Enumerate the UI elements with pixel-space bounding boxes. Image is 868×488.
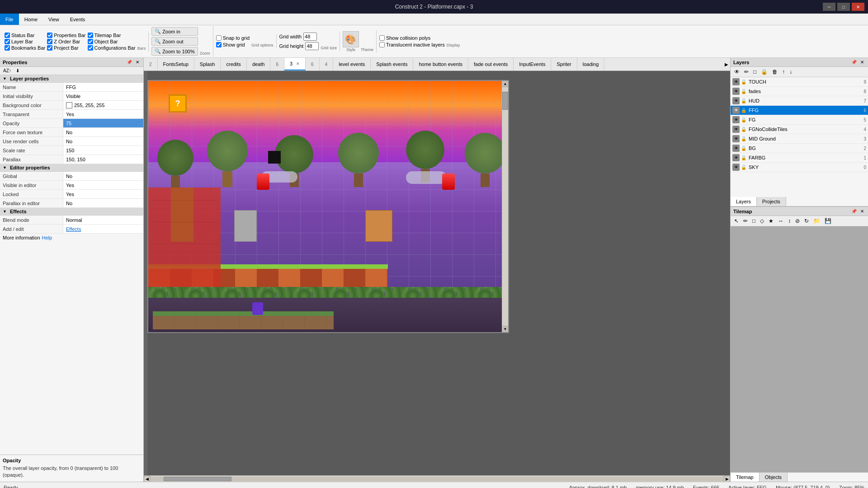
hscroll-right[interactable]: ▶ bbox=[724, 476, 730, 482]
layer-up-button[interactable]: ↑ bbox=[780, 68, 787, 76]
vscroll-down[interactable]: ▼ bbox=[502, 326, 508, 332]
tab-home-button-events[interactable]: home button events bbox=[413, 58, 468, 70]
prop-opacity-value[interactable]: 75 bbox=[63, 119, 143, 127]
tab-inputevents[interactable]: InputEvents bbox=[514, 58, 551, 70]
layer-item-bg[interactable]: 👁 🔓 BG 2 bbox=[731, 144, 868, 153]
layer-delete-button[interactable]: 🗑 bbox=[770, 68, 779, 76]
tab-splash-events[interactable]: Splash events bbox=[371, 58, 413, 70]
menu-file[interactable]: File bbox=[0, 14, 19, 25]
bookmarks-bar-check[interactable]: Bookmarks Bar bbox=[5, 45, 45, 51]
menu-events[interactable]: Events bbox=[65, 14, 91, 25]
tab-6b[interactable]: 6 bbox=[306, 58, 320, 70]
layer-down-button[interactable]: ↓ bbox=[788, 68, 794, 76]
properties-pin-button[interactable]: 📌 bbox=[125, 59, 133, 65]
tab-6a[interactable]: 6 bbox=[270, 58, 284, 70]
tab-fade-out-events[interactable]: fade out events bbox=[468, 58, 514, 70]
style-button[interactable]: 🎨 bbox=[343, 31, 359, 47]
layer-properties-section[interactable]: ▼ Layer properties bbox=[0, 75, 143, 83]
more-info-link[interactable]: Help bbox=[42, 235, 52, 240]
layer-item-fg[interactable]: 👁 🔓 FG 5 bbox=[731, 115, 868, 125]
layer-tabs: Layers Projects bbox=[731, 197, 868, 206]
canvas-viewport[interactable]: ? bbox=[144, 71, 730, 475]
tilemap-pencil-btn[interactable]: ✏ bbox=[741, 217, 750, 225]
tilemap-pin-button[interactable]: 📌 bbox=[850, 208, 858, 214]
vscroll-thumb[interactable] bbox=[502, 92, 508, 110]
tab-fontssetup[interactable]: FontsSetup bbox=[158, 58, 194, 70]
zoom-100-button[interactable]: 🔍 Zoom to 100% bbox=[151, 47, 198, 56]
properties-close-button[interactable]: ✕ bbox=[134, 59, 141, 65]
close-button[interactable]: ✕ bbox=[852, 3, 864, 11]
layer-tab-layers[interactable]: Layers bbox=[731, 197, 757, 206]
menu-view[interactable]: View bbox=[43, 14, 65, 25]
tab-credits[interactable]: credits bbox=[221, 58, 246, 70]
tilemap-save-btn[interactable]: 💾 bbox=[823, 217, 833, 225]
tilemap-folder-btn[interactable]: 📁 bbox=[811, 217, 822, 225]
layer-rect-button[interactable]: □ bbox=[751, 68, 758, 76]
tilemap-tab-tilemap[interactable]: Tilemap bbox=[731, 473, 760, 482]
properties-bar-check[interactable]: Properties Bar bbox=[47, 33, 85, 38]
tilemap-flip-h-btn[interactable]: ↕ bbox=[786, 217, 793, 225]
snap-to-grid-check[interactable]: Snap to grid bbox=[216, 35, 250, 41]
layers-pin-button[interactable]: 📌 bbox=[850, 59, 858, 65]
prop-add-edit-value[interactable]: Effects bbox=[63, 225, 143, 233]
minimize-button[interactable]: ─ bbox=[823, 3, 835, 11]
tab-death[interactable]: death bbox=[247, 58, 271, 70]
tilemap-star-btn[interactable]: ★ bbox=[767, 217, 775, 225]
zoom-out-button[interactable]: 🔍 Zoom out bbox=[151, 37, 198, 46]
layer-edit-button[interactable]: ✏ bbox=[742, 68, 750, 76]
layers-close-button[interactable]: ✕ bbox=[859, 59, 865, 65]
layer-item-touch[interactable]: 👁 🔓 TOUCH 9 bbox=[731, 77, 868, 87]
grid-width-input[interactable] bbox=[303, 33, 317, 41]
layer-item-fgnocollide[interactable]: 👁 🔓 FGNoCollideTiles 4 bbox=[731, 125, 868, 134]
tilemap-select-btn[interactable]: ↖ bbox=[732, 217, 741, 225]
editor-properties-section[interactable]: ▼ Editor properties bbox=[0, 164, 143, 172]
tab-spriter[interactable]: Spriter bbox=[551, 58, 577, 70]
tilemap-lasso-btn[interactable]: ◇ bbox=[758, 217, 766, 225]
translucent-inactive-check[interactable]: Translucent inactive layers bbox=[379, 42, 445, 47]
grid-height-input[interactable] bbox=[305, 42, 319, 50]
tilemap-erase-btn[interactable]: ⊘ bbox=[793, 217, 802, 225]
configurations-bar-check[interactable]: Configurations Bar bbox=[88, 45, 136, 51]
prop-sort-button[interactable]: ⬇ bbox=[14, 68, 21, 74]
prop-sort-alpha-button[interactable]: AZ↑ bbox=[2, 68, 13, 74]
vscroll-up[interactable]: ▲ bbox=[502, 81, 508, 87]
tab-4[interactable]: 4 bbox=[320, 58, 334, 70]
hscroll-left[interactable]: ◀ bbox=[144, 476, 150, 482]
effects-section[interactable]: ▼ Effects bbox=[0, 208, 143, 216]
object-bar-check[interactable]: Object Bar bbox=[88, 39, 136, 44]
hscroll-track[interactable] bbox=[150, 477, 724, 481]
canvas-vscroll[interactable]: ▲ ▼ bbox=[502, 81, 508, 332]
tab-level-events[interactable]: level events bbox=[333, 58, 371, 70]
show-collision-check[interactable]: Show collision polys bbox=[379, 35, 445, 41]
layer-item-farbg[interactable]: 👁 🔓 FARBG 1 bbox=[731, 153, 868, 163]
tab-2[interactable]: 2 bbox=[144, 58, 158, 70]
tab-3[interactable]: 3 ✕ bbox=[284, 58, 306, 70]
layer-item-fades[interactable]: 👁 🔓 fades 8 bbox=[731, 87, 868, 96]
project-bar-check[interactable]: Project Bar bbox=[47, 45, 85, 51]
tilemap-bar-check[interactable]: Tilemap Bar bbox=[88, 33, 136, 38]
layer-item-ffg[interactable]: 👁 🔓 FFG 6 bbox=[731, 106, 868, 115]
tilemap-move-btn[interactable]: ↔ bbox=[776, 217, 785, 225]
layer-item-hud[interactable]: 👁 🔓 HUD 7 bbox=[731, 96, 868, 106]
tilemap-close-button[interactable]: ✕ bbox=[859, 208, 865, 214]
status-bar-check[interactable]: Status Bar bbox=[5, 33, 45, 38]
tilemap-rect-btn[interactable]: □ bbox=[750, 217, 757, 225]
tilemap-tab-objects[interactable]: Objects bbox=[760, 473, 788, 482]
tab-loading[interactable]: loading bbox=[577, 58, 604, 70]
hscroll-thumb[interactable] bbox=[164, 477, 231, 481]
maximize-button[interactable]: □ bbox=[837, 3, 850, 11]
layer-item-sky[interactable]: 👁 🔓 SKY 0 bbox=[731, 163, 868, 172]
bg-color-swatch[interactable] bbox=[66, 102, 72, 108]
zoom-in-button[interactable]: 🔍 Zoom in bbox=[151, 27, 198, 36]
layer-lock-button[interactable]: 🔒 bbox=[759, 68, 769, 76]
tilemap-rotate-btn[interactable]: ↻ bbox=[802, 217, 811, 225]
layer-eye-button[interactable]: 👁 bbox=[732, 68, 741, 76]
show-grid-check[interactable]: Show grid bbox=[216, 42, 250, 47]
zorder-bar-check[interactable]: Z Order Bar bbox=[47, 39, 85, 44]
tab-splash[interactable]: Splash bbox=[194, 58, 221, 70]
layer-tab-projects[interactable]: Projects bbox=[757, 197, 786, 206]
menu-home[interactable]: Home bbox=[19, 14, 43, 25]
tabs-nav-right[interactable]: ▶ bbox=[723, 62, 730, 67]
layer-item-midground[interactable]: 👁 🔓 MID Ground 3 bbox=[731, 134, 868, 144]
layer-bar-check[interactable]: Layer Bar bbox=[5, 39, 45, 44]
